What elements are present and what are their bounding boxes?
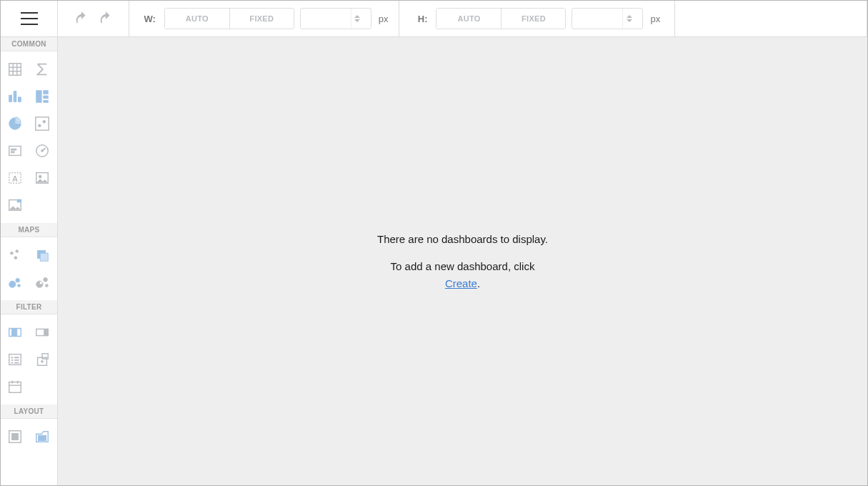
create-link[interactable]: Create	[445, 277, 477, 289]
section-maps: MAPS	[1, 223, 57, 237]
svg-point-31	[46, 284, 49, 287]
svg-rect-11	[11, 149, 16, 150]
svg-point-8	[39, 124, 41, 127]
card-icon[interactable]	[1, 137, 29, 164]
history-cell	[58, 1, 129, 36]
toolbar-spacer	[675, 1, 867, 36]
section-layout: LAYOUT	[1, 405, 57, 419]
textbox-icon[interactable]: A	[1, 164, 29, 192]
grid-icon[interactable]	[1, 56, 29, 83]
maps-tools	[1, 240, 57, 300]
range-filter-icon[interactable]	[1, 319, 29, 346]
svg-rect-5	[44, 96, 48, 99]
svg-point-21	[11, 252, 14, 254]
svg-point-14	[41, 150, 44, 152]
section-common: COMMON	[1, 37, 57, 51]
svg-point-27	[16, 279, 19, 283]
width-cell: W: AUTO FIXED px	[129, 1, 399, 36]
height-label: H:	[418, 14, 428, 24]
height-spinners	[622, 9, 635, 29]
svg-rect-35	[44, 329, 49, 335]
width-step-down-icon[interactable]	[354, 19, 360, 22]
svg-rect-25	[40, 253, 48, 261]
height-step-down-icon[interactable]	[627, 19, 632, 22]
height-auto-button[interactable]: AUTO	[437, 9, 501, 29]
point-map-icon[interactable]	[1, 242, 29, 269]
height-unit: px	[650, 14, 660, 24]
body: COMMON	[1, 37, 867, 485]
composite-chart-icon[interactable]	[29, 83, 56, 110]
gauge-icon[interactable]	[29, 137, 56, 164]
svg-point-22	[16, 250, 19, 253]
tab-container-icon[interactable]	[29, 423, 56, 450]
svg-text:A: A	[12, 174, 18, 183]
svg-rect-6	[44, 101, 48, 103]
image-icon[interactable]	[29, 164, 56, 192]
height-fixed-button[interactable]: FIXED	[501, 9, 565, 29]
filter-tools	[1, 317, 57, 405]
svg-point-23	[14, 257, 17, 259]
list-filter-icon[interactable]	[1, 346, 29, 373]
scatter-chart-icon[interactable]	[29, 110, 56, 137]
menu-icon[interactable]	[21, 12, 38, 25]
empty-line-2: To add a new dashboard, click Create.	[377, 258, 548, 292]
svg-rect-4	[44, 91, 48, 94]
width-auto-button[interactable]: AUTO	[165, 9, 229, 29]
svg-rect-1	[14, 91, 16, 102]
svg-rect-10	[9, 147, 21, 156]
height-step-up-icon[interactable]	[627, 15, 632, 18]
svg-rect-2	[19, 97, 21, 101]
bubble-map-icon[interactable]	[1, 269, 29, 296]
combo-filter-icon[interactable]	[29, 319, 56, 346]
top-toolbar: W: AUTO FIXED px H: AUTO FIXED	[1, 1, 867, 37]
height-mode-segmented: AUTO FIXED	[436, 8, 566, 29]
design-canvas: There are no dashboards to display. To a…	[58, 37, 867, 485]
height-input[interactable]	[572, 9, 622, 29]
menu-cell	[1, 1, 58, 36]
svg-rect-42	[39, 435, 46, 440]
empty-line-1: There are no dashboards to display.	[377, 231, 548, 248]
bar-chart-icon[interactable]	[1, 83, 29, 110]
svg-point-30	[44, 278, 48, 282]
width-input[interactable]	[301, 9, 351, 29]
svg-rect-0	[9, 95, 12, 101]
common-tools: A	[1, 54, 57, 223]
date-filter-icon[interactable]	[1, 373, 29, 400]
width-step-up-icon[interactable]	[354, 15, 360, 18]
pie-chart-icon[interactable]	[1, 110, 29, 137]
layout-tools	[1, 422, 57, 455]
svg-rect-39	[9, 382, 21, 393]
svg-rect-20	[17, 199, 21, 203]
svg-rect-33	[11, 329, 16, 337]
redo-icon[interactable]	[98, 11, 114, 26]
section-filter: FILTER	[1, 300, 57, 314]
svg-point-26	[9, 281, 16, 287]
svg-point-28	[18, 284, 21, 287]
svg-point-9	[43, 120, 46, 123]
svg-rect-41	[11, 433, 18, 440]
tree-filter-icon[interactable]	[29, 346, 56, 373]
undo-icon[interactable]	[74, 11, 89, 26]
choropleth-map-icon[interactable]	[29, 242, 56, 269]
height-cell: H: AUTO FIXED px	[399, 1, 675, 36]
sigma-icon[interactable]	[29, 56, 56, 83]
svg-rect-12	[11, 152, 15, 153]
empty-state: There are no dashboards to display. To a…	[377, 228, 548, 295]
svg-rect-3	[36, 91, 41, 103]
width-label: W:	[144, 14, 155, 24]
width-field	[300, 8, 371, 29]
toolbox-sidebar: COMMON	[1, 37, 58, 485]
height-field	[572, 8, 643, 29]
svg-rect-7	[36, 117, 49, 130]
app-root: W: AUTO FIXED px H: AUTO FIXED	[0, 0, 868, 486]
width-unit: px	[379, 14, 389, 24]
width-spinners	[351, 9, 364, 29]
width-mode-segmented: AUTO FIXED	[164, 8, 294, 29]
width-fixed-button[interactable]: FIXED	[229, 9, 294, 29]
group-icon[interactable]	[1, 423, 29, 450]
svg-point-18	[39, 175, 41, 178]
pie-map-icon[interactable]	[29, 269, 56, 296]
bound-image-icon[interactable]	[1, 192, 29, 219]
